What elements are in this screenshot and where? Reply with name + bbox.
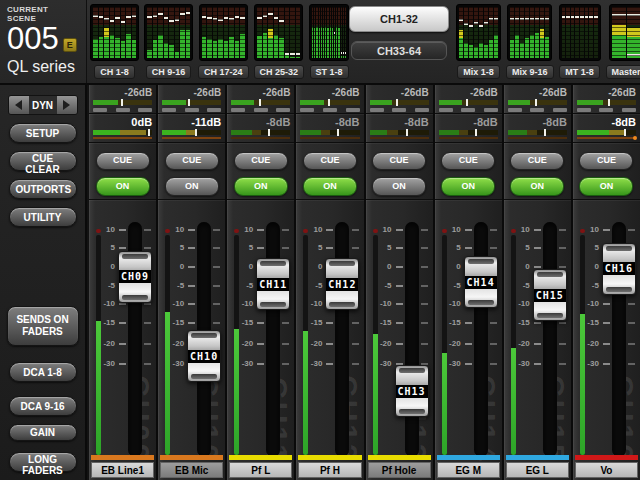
channel-name[interactable]: EB Mic (160, 462, 223, 478)
dyn-meter (577, 100, 636, 105)
row-divider (296, 142, 363, 143)
channel-color-bar (298, 455, 361, 460)
channel-color-bar (368, 455, 431, 460)
fader-scale-tick (421, 343, 428, 345)
channel-strip-ch11[interactable]: CH11-26dB-8dBCUEON1050-5-10-15-20-30CH11… (227, 85, 294, 480)
channel-strip-ch09[interactable]: CH09-26dB0dBCUEON1050-5-10-15-20-30CH09E… (89, 85, 156, 480)
dyn-segment (392, 108, 406, 112)
channel-strip-ch16[interactable]: CH16-26dB-8dBCUEON1050-5-10-15-20-30CH16… (573, 85, 640, 480)
meter-peak-hold (104, 18, 109, 20)
on-button[interactable]: ON (96, 177, 150, 196)
channel-color-bar (437, 455, 500, 460)
fader-scale-tick (396, 303, 403, 305)
level-marker (406, 129, 408, 136)
fader-scale-tick (213, 322, 220, 324)
channel-strip-ch15[interactable]: CH15-26dB-8dBCUEON1050-5-10-15-20-30CH15… (504, 85, 571, 480)
fader-handle-label: CH12 (326, 278, 358, 291)
cue-button[interactable]: CUE (96, 152, 150, 170)
setup-button[interactable]: SETUP (9, 123, 77, 143)
on-button[interactable]: ON (303, 177, 357, 196)
fader-track[interactable] (405, 222, 419, 457)
fader-handle[interactable]: CH13 (395, 365, 429, 417)
channel-name[interactable]: Pf L (229, 462, 292, 478)
channel-name[interactable]: EG L (506, 462, 569, 478)
dyn-next-button[interactable] (57, 96, 77, 114)
dyn-prev-button[interactable] (9, 96, 29, 114)
utility-button[interactable]: UTILITY (9, 207, 77, 227)
meter-group: CH 1-8 (90, 4, 139, 79)
cue-button[interactable]: CUE (303, 152, 357, 170)
fader-scale-tick (490, 343, 497, 345)
fader-scale-tick (396, 285, 403, 287)
on-button[interactable]: ON (579, 177, 633, 196)
meter-bar (345, 7, 346, 58)
long-faders-button[interactable]: LONG FADERS (9, 452, 77, 472)
meter-peak-hold (343, 52, 344, 54)
meter-bar (330, 7, 331, 58)
channel-level-meter (303, 235, 308, 455)
fader-scale-tick (490, 322, 497, 324)
cue-button[interactable]: CUE (510, 152, 564, 170)
dyn-segment (276, 108, 290, 112)
cue-button[interactable]: CUE (579, 152, 633, 170)
scene-panel[interactable]: CURRENT SCENE 005 E QL series (0, 0, 87, 83)
on-button[interactable]: ON (510, 177, 564, 196)
on-button[interactable]: ON (441, 177, 495, 196)
meter-bar (115, 7, 120, 58)
channel-name[interactable]: Vo (575, 462, 638, 478)
meter-peak-hold (153, 15, 158, 17)
fader-handle[interactable]: CH11 (256, 258, 290, 310)
meter-bar (479, 7, 483, 58)
fader-scale-tick (490, 363, 497, 365)
channel-name[interactable]: EB Line1 (91, 462, 154, 478)
meter-block (559, 4, 601, 61)
fader-scale-tick (352, 247, 359, 249)
fader-track[interactable] (543, 222, 557, 457)
meter-bar (571, 7, 575, 58)
channel-strip-ch10[interactable]: CH10-26dB-11dBCUEON1050-5-10-15-20-30CH1… (158, 85, 225, 480)
gain-button[interactable]: GAIN (9, 424, 77, 441)
bank-ch1-32-button[interactable]: CH1-32 (349, 6, 449, 32)
outports-button[interactable]: OUTPORTS (9, 179, 77, 199)
channel-name[interactable]: EG M (437, 462, 500, 478)
fader-handle[interactable]: CH16 (602, 243, 636, 295)
on-button[interactable]: ON (372, 177, 426, 196)
dyn-segment (116, 108, 130, 112)
meter-bar-fill (202, 37, 207, 58)
dca-1-8-button[interactable]: DCA 1-8 (9, 362, 77, 382)
meter-peak-hold (341, 52, 342, 54)
channel-strip-ch14[interactable]: CH14-26dB-8dBCUEON1050-5-10-15-20-30CH14… (435, 85, 502, 480)
level-meter-fill (508, 130, 528, 135)
dyn-threshold-marker (259, 99, 261, 106)
on-button[interactable]: ON (165, 177, 219, 196)
cue-button[interactable]: CUE (372, 152, 426, 170)
row-divider (366, 142, 433, 143)
channel-strip-ch13[interactable]: CH13-26dB-8dBCUEON1050-5-10-15-20-30CH13… (366, 85, 433, 480)
bank-ch33-64-button[interactable]: CH33-64 (351, 41, 447, 60)
level-value: -8dB (404, 116, 428, 128)
fader-handle[interactable]: CH15 (533, 269, 567, 321)
clip-indicator (511, 229, 516, 233)
channel-strip-ch12[interactable]: CH12-26dB-8dBCUEON1050-5-10-15-20-30CH12… (296, 85, 363, 480)
fader-handle[interactable]: CH09 (118, 251, 152, 303)
channel-level-meter (234, 235, 239, 455)
meter-block (254, 4, 303, 61)
fader-handle[interactable]: CH14 (464, 256, 498, 308)
fader-handle[interactable]: CH10 (187, 330, 221, 382)
cue-button[interactable]: CUE (165, 152, 219, 170)
channel-name[interactable]: Pf Hole (368, 462, 431, 478)
fader-handle[interactable]: CH12 (325, 258, 359, 310)
cue-clear-button[interactable]: CUE CLEAR (9, 151, 77, 171)
dca-9-16-button[interactable]: DCA 9-16 (9, 396, 77, 416)
fader-scale-tick (352, 363, 359, 365)
sends-on-faders-button[interactable]: SENDS ON FADERS (7, 306, 79, 346)
dyn-segment (138, 108, 152, 112)
cue-button[interactable]: CUE (441, 152, 495, 170)
meter-bar-fill (484, 45, 488, 58)
cue-button[interactable]: CUE (234, 152, 288, 170)
meter-bar (213, 7, 218, 58)
channel-name[interactable]: Pf H (298, 462, 361, 478)
level-meter (508, 130, 567, 135)
meter-bar (93, 7, 98, 58)
on-button[interactable]: ON (234, 177, 288, 196)
